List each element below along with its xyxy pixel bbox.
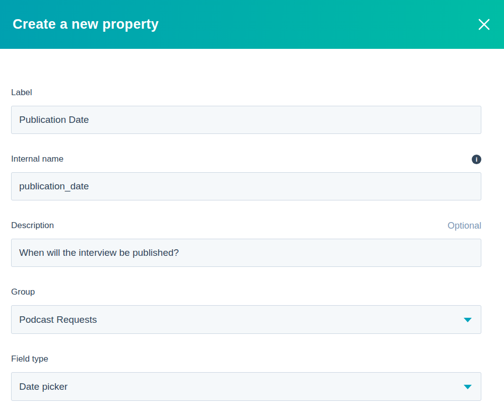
chevron-down-icon: [464, 385, 472, 389]
field-type-select-value: Date picker: [19, 381, 68, 392]
optional-badge: Optional: [448, 221, 481, 231]
field-label: Label: [11, 88, 481, 134]
modal-title: Create a new property: [13, 17, 159, 32]
close-button[interactable]: [475, 16, 493, 33]
internal-name-input[interactable]: [11, 172, 481, 200]
field-type-field-label: Field type: [11, 354, 48, 364]
field-description: Description Optional: [11, 221, 481, 267]
description-input[interactable]: [11, 239, 481, 267]
modal-body: Label Internal name i Description Option…: [0, 49, 504, 401]
group-select-value: Podcast Requests: [19, 314, 97, 325]
modal-header: Create a new property: [0, 0, 504, 49]
field-type-select[interactable]: Date picker: [11, 372, 481, 401]
internal-name-field-label: Internal name: [11, 154, 64, 164]
field-field-type: Field type Date picker: [11, 354, 481, 401]
field-internal-name: Internal name i: [11, 154, 481, 200]
info-icon[interactable]: i: [472, 155, 481, 164]
group-field-label: Group: [11, 287, 35, 297]
chevron-down-icon: [464, 318, 472, 322]
group-select[interactable]: Podcast Requests: [11, 305, 481, 334]
label-input[interactable]: [11, 106, 481, 134]
close-icon: [477, 18, 491, 31]
description-field-label: Description: [11, 221, 54, 231]
create-property-modal: Create a new property Label Internal nam…: [0, 0, 504, 420]
label-field-label: Label: [11, 88, 32, 98]
field-group: Group Podcast Requests: [11, 287, 481, 334]
